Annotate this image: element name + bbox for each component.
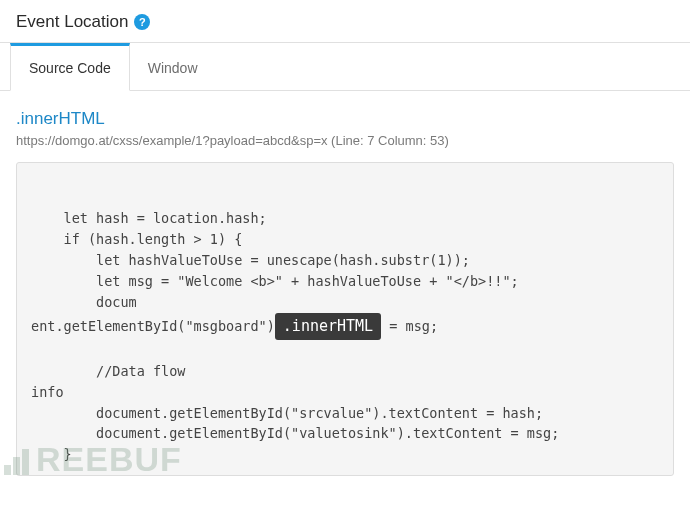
code-line: let hashValueToUse = unescape(hash.subst… bbox=[31, 252, 470, 268]
tab-source-code[interactable]: Source Code bbox=[10, 43, 130, 91]
code-line: let msg = "Welcome <b>" + hashValueToUse… bbox=[31, 273, 519, 289]
code-line bbox=[31, 342, 39, 358]
source-panel: .innerHTML https://domgo.at/cxss/example… bbox=[0, 91, 690, 476]
tab-window[interactable]: Window bbox=[130, 43, 216, 90]
code-line: info bbox=[31, 384, 64, 400]
code-line: if (hash.length > 1) { bbox=[31, 231, 242, 247]
code-highlight: .innerHTML bbox=[275, 313, 381, 340]
page-root: Event Location ? Source Code Window .inn… bbox=[0, 0, 690, 476]
tab-bar: Source Code Window bbox=[0, 43, 690, 91]
code-block: let hash = location.hash; if (hash.lengt… bbox=[16, 162, 674, 476]
section-title-row: Event Location ? bbox=[16, 12, 674, 32]
code-line: document.getElementById("srcvalue").text… bbox=[31, 405, 543, 421]
code-line: //Data flow bbox=[31, 363, 194, 379]
code-line: ent.getElementById("msgboard") bbox=[31, 318, 275, 334]
code-line bbox=[31, 189, 39, 205]
code-line: } bbox=[31, 446, 72, 462]
section-header: Event Location ? bbox=[0, 0, 690, 42]
tab-label: Source Code bbox=[29, 60, 111, 76]
sink-location: https://domgo.at/cxss/example/1?payload=… bbox=[16, 133, 674, 148]
tab-label: Window bbox=[148, 60, 198, 76]
code-line: docum bbox=[31, 294, 137, 310]
code-line: document.getElementById("valuetosink").t… bbox=[31, 425, 559, 441]
code-line: = msg; bbox=[381, 318, 438, 334]
section-title: Event Location bbox=[16, 12, 128, 32]
help-icon[interactable]: ? bbox=[134, 14, 150, 30]
sink-title: .innerHTML bbox=[16, 109, 674, 129]
code-content: let hash = location.hash; if (hash.lengt… bbox=[31, 187, 659, 465]
code-line: let hash = location.hash; bbox=[31, 210, 267, 226]
